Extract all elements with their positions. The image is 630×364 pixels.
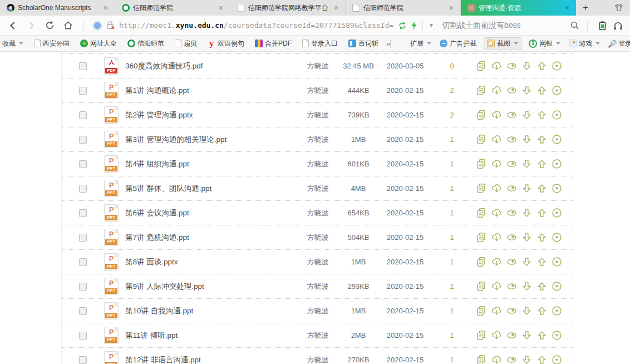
- preview-eye-icon[interactable]: [506, 257, 517, 267]
- row-checkbox[interactable]: [79, 283, 87, 291]
- more-dropdown-icon[interactable]: [552, 208, 562, 218]
- more-dropdown-icon[interactable]: [552, 85, 562, 96]
- file-name-link[interactable]: 第5讲 群体、团队沟通.ppt: [125, 176, 211, 200]
- browser-tab-3[interactable]: 信阳师范学院网络教学平台 ×: [230, 0, 346, 16]
- clipboard-collect-icon[interactable]: [598, 21, 607, 31]
- refresh-button[interactable]: [42, 18, 57, 33]
- preview-eye-icon[interactable]: [506, 281, 517, 292]
- move-up-icon[interactable]: [537, 134, 547, 145]
- more-dropdown-icon[interactable]: [552, 355, 562, 364]
- forward-button[interactable]: [24, 18, 38, 33]
- row-checkbox[interactable]: [79, 111, 87, 119]
- preview-eye-icon[interactable]: [506, 110, 517, 120]
- copy-icon[interactable]: [476, 208, 487, 218]
- more-dropdown-icon[interactable]: [552, 61, 562, 71]
- preview-eye-icon[interactable]: [506, 330, 517, 341]
- bookmark-item-网址大全[interactable]: + 网址大全: [79, 37, 118, 50]
- copy-icon[interactable]: [476, 232, 487, 243]
- search-icon[interactable]: [570, 21, 579, 30]
- row-checkbox[interactable]: [79, 356, 87, 364]
- move-up-icon[interactable]: [537, 159, 547, 169]
- browser-tab-4[interactable]: 信阳师范学院 ×: [346, 0, 461, 16]
- bookmark-item-登录管家[interactable]: 🔎 登录管家: [607, 37, 630, 50]
- move-up-icon[interactable]: [537, 257, 547, 267]
- row-checkbox[interactable]: [79, 87, 87, 95]
- bookmark-item-广告拦截[interactable]: − 广告拦截: [439, 37, 478, 50]
- bookmark-item-信阳师范[interactable]: 信阳师范: [126, 37, 165, 50]
- row-checkbox[interactable]: [79, 185, 87, 193]
- preview-eye-icon[interactable]: [506, 85, 517, 96]
- move-up-icon[interactable]: [537, 232, 547, 243]
- chevron-down-icon[interactable]: [556, 42, 560, 45]
- file-name-link[interactable]: 360度高效沟通技巧.pdf: [125, 54, 203, 78]
- browser-tab-5[interactable]: 管理沟通-资源 ×: [461, 0, 576, 16]
- download-icon[interactable]: [521, 110, 532, 120]
- cloud-download-icon[interactable]: [491, 208, 502, 218]
- row-checkbox[interactable]: [79, 62, 87, 70]
- file-name-link[interactable]: 第6讲 会议沟通.ppt: [125, 201, 189, 225]
- move-up-icon[interactable]: [537, 110, 547, 120]
- insecure-lock-icon[interactable]: [106, 21, 115, 30]
- chevron-down-icon[interactable]: [427, 42, 431, 45]
- bookmark-item-合并PDF[interactable]: 合并PDF: [254, 37, 293, 50]
- download-icon[interactable]: [521, 159, 532, 169]
- more-dropdown-icon[interactable]: [552, 232, 562, 243]
- more-dropdown-icon[interactable]: [552, 159, 562, 169]
- copy-icon[interactable]: [476, 330, 487, 341]
- move-up-icon[interactable]: [537, 183, 547, 194]
- address-bar[interactable]: http://mooc1.xynu.edu.cn/coursedata?cour…: [88, 21, 435, 31]
- more-dropdown-icon[interactable]: [552, 110, 562, 120]
- bookmark-item-收藏[interactable]: 收藏: [1, 37, 24, 50]
- cloud-download-icon[interactable]: [491, 306, 502, 316]
- download-icon[interactable]: [521, 281, 532, 292]
- copy-icon[interactable]: [476, 61, 487, 71]
- bookmark-item-游戏[interactable]: 游戏: [568, 37, 601, 50]
- browser-tab-2[interactable]: 信阳师范学院 ×: [115, 0, 230, 16]
- preview-eye-icon[interactable]: [506, 159, 517, 169]
- row-checkbox[interactable]: [79, 332, 87, 340]
- row-checkbox[interactable]: [79, 307, 87, 315]
- cloud-download-icon[interactable]: [491, 85, 502, 96]
- cloud-download-icon[interactable]: [491, 232, 502, 243]
- tab-close-icon[interactable]: ×: [216, 3, 225, 13]
- download-icon[interactable]: [521, 208, 532, 218]
- bookmark-item-扇贝[interactable]: 扇贝: [174, 37, 198, 50]
- copy-icon[interactable]: [476, 85, 487, 96]
- preview-eye-icon[interactable]: [506, 355, 517, 364]
- more-dropdown-icon[interactable]: [552, 257, 562, 267]
- more-dropdown-icon[interactable]: [552, 183, 562, 194]
- row-checkbox[interactable]: [79, 136, 87, 144]
- move-up-icon[interactable]: [537, 281, 547, 292]
- bookmark-item-百词斩[interactable]: 百词斩: [347, 37, 380, 50]
- tab-close-icon[interactable]: ×: [332, 3, 341, 13]
- copy-icon[interactable]: [476, 355, 487, 364]
- file-name-link[interactable]: 第1讲 沟通概论.ppt: [125, 78, 189, 102]
- preview-eye-icon[interactable]: [506, 183, 517, 194]
- speed-mode-lightning-icon[interactable]: [410, 21, 418, 30]
- cloud-download-icon[interactable]: [491, 281, 502, 292]
- more-dropdown-icon[interactable]: [552, 330, 562, 341]
- copy-icon[interactable]: [476, 159, 487, 169]
- copy-icon[interactable]: [476, 110, 487, 120]
- copy-icon[interactable]: [476, 183, 487, 194]
- chevron-down-icon[interactable]: [595, 42, 600, 45]
- preview-eye-icon[interactable]: [506, 208, 517, 218]
- row-checkbox[interactable]: [79, 209, 87, 217]
- download-icon[interactable]: [521, 232, 532, 243]
- compatibility-mode-icon[interactable]: [398, 21, 407, 30]
- url-text[interactable]: http://mooc1.xynu.edu.cn/coursedata?cour…: [119, 21, 393, 29]
- tab-close-icon[interactable]: ×: [101, 3, 110, 13]
- file-name-link[interactable]: 第7讲 危机沟通.ppt: [125, 225, 189, 249]
- move-up-icon[interactable]: [537, 306, 547, 316]
- cloud-download-icon[interactable]: [491, 355, 502, 364]
- cloud-download-icon[interactable]: [491, 257, 502, 267]
- download-icon[interactable]: [521, 355, 532, 364]
- file-name-link[interactable]: 第10讲 自我沟通.ppt: [125, 299, 193, 323]
- search-input[interactable]: [441, 21, 570, 31]
- bookmark-item-截图[interactable]: 截图: [484, 37, 521, 50]
- back-button[interactable]: [6, 18, 20, 33]
- copy-icon[interactable]: [476, 134, 487, 145]
- move-up-icon[interactable]: [537, 330, 547, 341]
- new-tab-button[interactable]: +: [576, 0, 595, 16]
- copy-icon[interactable]: [476, 281, 487, 292]
